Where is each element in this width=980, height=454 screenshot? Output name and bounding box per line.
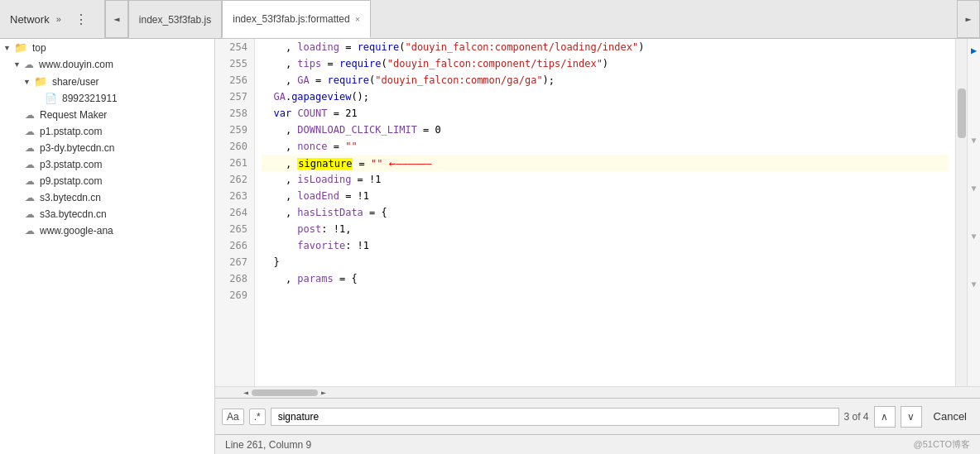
sidebar-item-1[interactable]: ▼☁www.douyin.com xyxy=(0,56,214,73)
cancel-button[interactable]: Cancel xyxy=(927,410,973,423)
code-line-256: , GA = require("douyin_falcon:common/ga/… xyxy=(262,72,949,88)
bottom-scrollbar[interactable]: ◄ ► xyxy=(215,386,980,398)
cloud-icon: ☁ xyxy=(25,175,35,187)
search-up-button[interactable]: ∧ xyxy=(874,406,896,428)
sidebar-item-label: s3.bytecdn.cn xyxy=(40,192,101,203)
ln-256: 256 xyxy=(215,72,254,88)
sidebar-item-2[interactable]: ▼📁share/user xyxy=(0,73,214,90)
menu-icon[interactable]: ⋮ xyxy=(68,12,94,27)
sidebar-item-label: p3.pstatp.com xyxy=(40,159,102,170)
ln-267: 267 xyxy=(215,254,254,270)
line-numbers: 254 255 256 257 258 259 260 261 262 263 … xyxy=(215,39,255,386)
sidebar-item-8[interactable]: ☁p9.pstatp.com xyxy=(0,173,214,189)
expand-icon: ▼ xyxy=(3,44,11,52)
sidebar-item-6[interactable]: ☁p3-dy.bytecdn.cn xyxy=(0,140,214,156)
file-icon: 📄 xyxy=(45,93,57,104)
tab-file2[interactable]: index_53f3fab.js:formatted × xyxy=(222,0,371,38)
sidebar-item-label: Request Maker xyxy=(40,109,107,121)
ln-260: 260 xyxy=(215,138,254,155)
sidebar-item-label: p3-dy.bytecdn.cn xyxy=(40,142,115,154)
ln-258: 258 xyxy=(215,105,254,122)
marker-1[interactable]: ▼ xyxy=(968,128,980,151)
code-panel: 254 255 256 257 258 259 260 261 262 263 … xyxy=(215,39,980,454)
ln-257: 257 xyxy=(215,88,254,105)
sidebar-item-10[interactable]: ☁s3a.bytecdn.cn xyxy=(0,206,214,222)
code-line-269 xyxy=(262,287,949,303)
code-line-267: } xyxy=(262,254,949,270)
code-line-259: , DOWNLOAD_CLICK_LIMIT = 0 xyxy=(262,122,949,138)
scroll-left-arrow[interactable]: ◄ xyxy=(240,388,252,397)
ln-259: 259 xyxy=(215,122,254,138)
main-content: ▼📁top▼☁www.douyin.com▼📁share/user📄899232… xyxy=(0,39,980,454)
code-area: 254 255 256 257 258 259 260 261 262 263 … xyxy=(215,39,980,386)
ln-269: 269 xyxy=(215,287,254,303)
network-label: Network xyxy=(10,13,50,26)
ln-261: 261 xyxy=(215,155,254,171)
expand-icon: ▼ xyxy=(23,78,31,86)
ln-263: 263 xyxy=(215,188,254,204)
ln-255: 255 xyxy=(215,55,254,72)
search-down-button[interactable]: ∨ xyxy=(901,406,922,428)
ln-254: 254 xyxy=(215,39,254,55)
network-tab[interactable]: Network » ⋮ xyxy=(0,0,105,38)
ln-264: 264 xyxy=(215,204,254,221)
code-content[interactable]: , loading = require("douyin_falcon:compo… xyxy=(255,39,955,386)
code-line-266: favorite: !1 xyxy=(262,237,949,254)
top-bar: Network » ⋮ ◄ index_53f3fab.js index_53f… xyxy=(0,0,980,39)
sidebar-item-9[interactable]: ☁s3.bytecdn.cn xyxy=(0,189,214,206)
tab-nav-right[interactable]: ► xyxy=(957,0,980,38)
code-line-254: , loading = require("douyin_falcon:compo… xyxy=(262,39,949,55)
marker-2[interactable]: ▼ xyxy=(968,176,980,199)
ln-268: 268 xyxy=(215,270,254,287)
sidebar-item-label: www.google-ana xyxy=(40,225,113,237)
sidebar-item-label: p9.pstatp.com xyxy=(40,175,102,187)
right-markers: ▶ ▼ ▼ ▼ ▼ xyxy=(967,39,980,386)
search-count: 3 of 4 xyxy=(844,411,869,423)
sidebar-item-4[interactable]: ☁Request Maker xyxy=(0,107,214,123)
status-bar: Line 261, Column 9 @51CTO博客 xyxy=(215,434,980,454)
tab2-close[interactable]: × xyxy=(355,14,360,24)
h-scroll-thumb[interactable] xyxy=(252,389,318,396)
ln-265: 265 xyxy=(215,221,254,237)
ln-266: 266 xyxy=(215,237,254,254)
tab-file1[interactable]: index_53f3fab.js xyxy=(128,0,222,38)
cloud-icon: ☁ xyxy=(24,59,34,70)
sidebar-item-5[interactable]: ☁p1.pstatp.com xyxy=(0,123,214,140)
marker-3[interactable]: ▼ xyxy=(968,224,980,247)
sidebar: ▼📁top▼☁www.douyin.com▼📁share/user📄899232… xyxy=(0,39,215,454)
code-line-261: , signature = "" ←—————— xyxy=(262,155,949,171)
code-line-265: post: !1, xyxy=(262,221,949,237)
sidebar-item-0[interactable]: ▼📁top xyxy=(0,39,214,56)
marker-4[interactable]: ▼ xyxy=(968,272,980,295)
case-sensitive-toggle[interactable]: Aa xyxy=(222,409,244,425)
tab-nav-left[interactable]: ◄ xyxy=(105,0,128,38)
scroll-right-arrow[interactable]: ► xyxy=(318,388,329,397)
folder-icon: 📁 xyxy=(14,41,27,54)
scrollbar-right[interactable] xyxy=(955,39,967,386)
sidebar-item-3[interactable]: 📄8992321911 xyxy=(0,90,214,107)
more-icon[interactable]: » xyxy=(56,14,61,24)
code-line-268: , params = { xyxy=(262,270,949,287)
cloud-icon: ☁ xyxy=(25,225,35,237)
sidebar-item-label: www.douyin.com xyxy=(39,59,113,70)
tab2-label: index_53f3fab.js:formatted xyxy=(233,13,349,25)
code-line-257: GA.gapageview(); xyxy=(262,88,949,105)
cloud-icon: ☁ xyxy=(25,126,35,137)
regex-toggle[interactable]: .* xyxy=(249,409,266,425)
folder-icon: 📁 xyxy=(34,75,47,88)
search-bar: Aa .* 3 of 4 ∧ ∨ Cancel xyxy=(215,398,980,434)
sidebar-item-label: 8992321911 xyxy=(62,93,118,104)
sidebar-item-label: top xyxy=(32,42,46,54)
sidebar-item-7[interactable]: ☁p3.pstatp.com xyxy=(0,156,214,173)
cloud-icon: ☁ xyxy=(25,109,35,121)
sidebar-item-label: share/user xyxy=(52,76,99,88)
marker-top-arrow[interactable]: ▶ xyxy=(968,39,980,62)
scroll-thumb[interactable] xyxy=(958,88,966,138)
sidebar-item-11[interactable]: ☁www.google-ana xyxy=(0,222,214,239)
watermark: @51CTO博客 xyxy=(914,438,970,451)
cloud-icon: ☁ xyxy=(25,142,35,154)
tab1-label: index_53f3fab.js xyxy=(139,14,211,26)
cloud-icon: ☁ xyxy=(25,208,35,220)
code-line-260: , nonce = "" xyxy=(262,138,949,155)
search-input[interactable] xyxy=(271,408,839,426)
